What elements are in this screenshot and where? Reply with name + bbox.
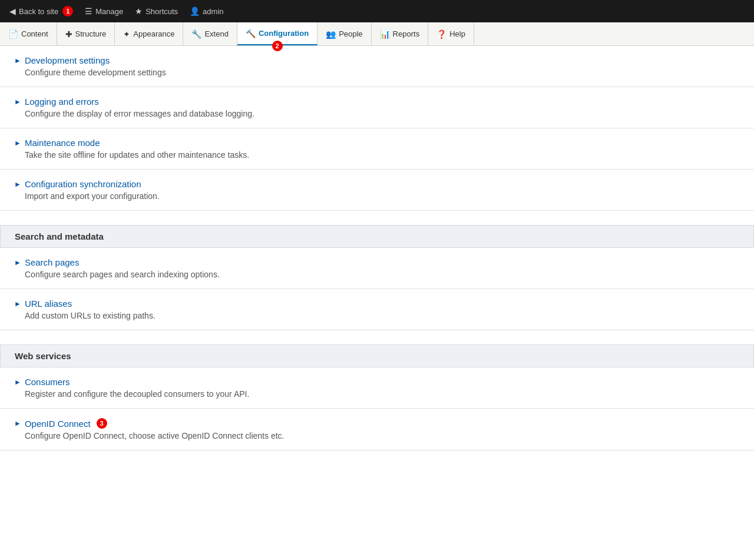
consumers-desc: Register and configure the decoupled con… bbox=[14, 389, 740, 399]
openid-connect-desc: Configure OpenID Connect, choose active … bbox=[14, 431, 740, 440]
development-settings-link[interactable]: Development settings bbox=[25, 55, 110, 65]
search-metadata-group-heading: Search and metadata bbox=[0, 225, 754, 248]
admin-user-link[interactable]: 👤 admin bbox=[185, 0, 228, 22]
openid-badge: 3 bbox=[97, 418, 107, 429]
nav-appearance[interactable]: ✦ Appearance bbox=[115, 22, 183, 45]
back-to-site-label: Back to site bbox=[19, 7, 58, 16]
shortcuts-link[interactable]: ★ Shortcuts bbox=[130, 0, 183, 22]
chevron-icon: ► bbox=[14, 259, 21, 267]
manage-link[interactable]: ☰ Manage bbox=[80, 0, 128, 22]
main-content: ► Development settings Configure theme d… bbox=[0, 46, 754, 450]
back-to-site-link[interactable]: ◀ Back to site 1 bbox=[5, 0, 78, 22]
secondary-nav: 📄 Content ✚ Structure ✦ Appearance 🔧 Ext… bbox=[0, 22, 754, 46]
section-url-aliases-title: ► URL aliases bbox=[14, 299, 740, 309]
back-to-site-badge: 1 bbox=[62, 6, 73, 16]
extend-icon: 🔧 bbox=[191, 29, 201, 39]
search-pages-link[interactable]: Search pages bbox=[25, 257, 80, 267]
section-openid-title: ► OpenID Connect 3 bbox=[14, 418, 740, 429]
consumers-link[interactable]: Consumers bbox=[25, 377, 70, 387]
section-url-aliases: ► URL aliases Add custom URLs to existin… bbox=[0, 289, 754, 330]
section-openid: ► OpenID Connect 3 Configure OpenID Conn… bbox=[0, 409, 754, 450]
section-search-pages: ► Search pages Configure search pages an… bbox=[0, 248, 754, 289]
shortcuts-label: Shortcuts bbox=[145, 7, 178, 16]
maintenance-mode-desc: Take the site offline for updates and ot… bbox=[14, 150, 740, 160]
nav-structure-label: Structure bbox=[75, 29, 107, 38]
config-sync-desc: Import and export your configuration. bbox=[14, 191, 740, 201]
manage-icon: ☰ bbox=[85, 6, 92, 16]
nav-content-label: Content bbox=[21, 29, 48, 38]
chevron-icon: ► bbox=[14, 419, 21, 428]
section-logging-title: ► Logging and errors bbox=[14, 97, 740, 107]
admin-label: admin bbox=[203, 7, 223, 16]
nav-reports-label: Reports bbox=[393, 29, 420, 38]
chevron-icon: ► bbox=[14, 57, 21, 65]
search-pages-desc: Configure search pages and search indexi… bbox=[14, 270, 740, 279]
nav-appearance-label: Appearance bbox=[133, 29, 174, 38]
section-search-pages-title: ► Search pages bbox=[14, 257, 740, 267]
help-icon: ❓ bbox=[436, 29, 447, 39]
config-sync-link[interactable]: Configuration synchronization bbox=[25, 179, 141, 189]
nav-configuration[interactable]: 🔨 Configuration 2 bbox=[237, 22, 318, 45]
url-aliases-link[interactable]: URL aliases bbox=[25, 299, 72, 309]
section-consumers-title: ► Consumers bbox=[14, 377, 740, 387]
openid-connect-link[interactable]: OpenID Connect bbox=[25, 419, 91, 429]
people-icon: 👥 bbox=[326, 29, 336, 39]
user-icon: 👤 bbox=[190, 6, 200, 16]
nav-reports[interactable]: 📊 Reports bbox=[372, 22, 429, 45]
reports-icon: 📊 bbox=[380, 29, 390, 39]
content-icon: 📄 bbox=[8, 29, 18, 39]
back-icon: ◀ bbox=[9, 6, 16, 16]
web-services-group-heading: Web services bbox=[0, 344, 754, 367]
nav-structure[interactable]: ✚ Structure bbox=[57, 22, 115, 45]
nav-people[interactable]: 👥 People bbox=[318, 22, 371, 45]
section-maintenance-title: ► Maintenance mode bbox=[14, 138, 740, 148]
url-aliases-desc: Add custom URLs to existing paths. bbox=[14, 311, 740, 320]
section-consumers: ► Consumers Register and configure the d… bbox=[0, 367, 754, 409]
logging-errors-desc: Configure the display of error messages … bbox=[14, 109, 740, 118]
admin-bar: ◀ Back to site 1 ☰ Manage ★ Shortcuts 👤 … bbox=[0, 0, 754, 22]
chevron-icon: ► bbox=[14, 300, 21, 308]
section-development: ► Development settings Configure theme d… bbox=[0, 46, 754, 87]
configuration-icon: 🔨 bbox=[246, 29, 256, 38]
logging-errors-link[interactable]: Logging and errors bbox=[25, 97, 99, 107]
appearance-icon: ✦ bbox=[123, 29, 130, 39]
section-config-sync: ► Configuration synchronization Import a… bbox=[0, 170, 754, 211]
configuration-indicator: 2 bbox=[272, 41, 283, 51]
chevron-icon: ► bbox=[14, 139, 21, 147]
chevron-icon: ► bbox=[14, 378, 21, 386]
nav-help-label: Help bbox=[449, 29, 465, 38]
section-maintenance: ► Maintenance mode Take the site offline… bbox=[0, 128, 754, 170]
structure-icon: ✚ bbox=[65, 29, 72, 39]
nav-help[interactable]: ❓ Help bbox=[428, 22, 474, 45]
nav-configuration-label: Configuration bbox=[259, 29, 309, 38]
section-development-title: ► Development settings bbox=[14, 55, 740, 65]
chevron-icon: ► bbox=[14, 98, 21, 106]
development-settings-desc: Configure theme development settings bbox=[14, 68, 740, 77]
star-icon: ★ bbox=[135, 6, 143, 16]
nav-people-label: People bbox=[339, 29, 362, 38]
nav-extend-label: Extend bbox=[204, 29, 228, 38]
nav-content[interactable]: 📄 Content bbox=[0, 22, 57, 45]
chevron-icon: ► bbox=[14, 180, 21, 188]
nav-extend[interactable]: 🔧 Extend bbox=[183, 22, 237, 45]
section-config-sync-title: ► Configuration synchronization bbox=[14, 179, 740, 189]
section-logging: ► Logging and errors Configure the displ… bbox=[0, 87, 754, 128]
maintenance-mode-link[interactable]: Maintenance mode bbox=[25, 138, 100, 148]
manage-label: Manage bbox=[95, 7, 123, 16]
